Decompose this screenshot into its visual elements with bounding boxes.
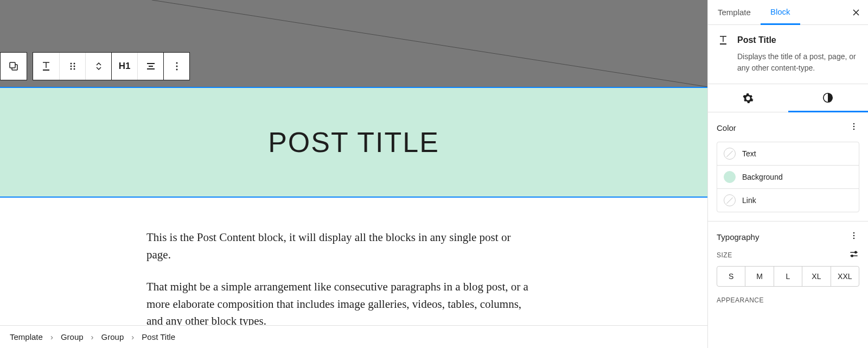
typography-panel-menu[interactable] xyxy=(848,230,859,243)
drag-handle[interactable] xyxy=(59,53,85,80)
post-title-icon xyxy=(40,60,53,73)
post-title-block[interactable]: POST TITLE xyxy=(0,87,707,198)
kebab-icon xyxy=(848,121,859,132)
svg-point-2 xyxy=(70,63,72,65)
color-text-label: Text xyxy=(742,149,756,158)
more-options-button[interactable] xyxy=(163,53,189,80)
styles-subtab[interactable] xyxy=(788,84,869,112)
settings-sidebar: Template Block Post Title Displays the t… xyxy=(708,0,868,348)
svg-point-15 xyxy=(853,232,855,234)
close-sidebar-button[interactable] xyxy=(848,5,864,20)
color-panel: Color Text Background Link xyxy=(708,112,868,222)
svg-point-9 xyxy=(176,66,177,67)
size-s[interactable]: S xyxy=(717,267,745,286)
content-paragraph: That might be a simple arrangement like … xyxy=(146,279,532,330)
post-content-block[interactable]: This is the Post Content block, it will … xyxy=(0,198,542,345)
typography-panel: Typography SIZE S M L XL XXL APPEARANCE xyxy=(708,222,868,313)
svg-point-17 xyxy=(853,238,855,239)
editor-canvas: H1 POST TITLE This is the Post Content b… xyxy=(0,0,708,348)
chevron-right-icon: › xyxy=(131,332,134,341)
size-xxl[interactable]: XXL xyxy=(831,267,859,286)
svg-point-3 xyxy=(73,63,75,65)
color-link-label: Link xyxy=(742,196,756,205)
block-type-button[interactable] xyxy=(33,53,59,80)
color-background-row[interactable]: Background xyxy=(717,165,859,188)
color-panel-menu[interactable] xyxy=(848,121,859,134)
svg-point-5 xyxy=(73,66,75,67)
chevron-updown-icon xyxy=(92,60,105,73)
kebab-icon xyxy=(170,60,183,73)
block-description: Displays the title of a post, page, or a… xyxy=(717,51,859,74)
select-parent-button[interactable] xyxy=(1,53,27,80)
svg-point-8 xyxy=(176,62,177,64)
post-title-text: POST TITLE xyxy=(268,126,439,159)
block-toolbar: H1 xyxy=(0,52,190,80)
block-name: Post Title xyxy=(737,35,776,45)
svg-point-16 xyxy=(853,235,855,237)
size-custom-toggle[interactable] xyxy=(848,249,859,262)
crumb-post-title[interactable]: Post Title xyxy=(142,332,175,341)
heading-level-label: H1 xyxy=(119,61,131,72)
crumb-template[interactable]: Template xyxy=(10,332,43,341)
size-m[interactable]: M xyxy=(745,267,773,286)
template-header-region: H1 xyxy=(0,0,707,87)
inspector-subtabs xyxy=(708,84,868,112)
stack-icon xyxy=(7,60,20,73)
heading-level-button[interactable]: H1 xyxy=(111,53,137,80)
size-buttons: S M L XL XXL xyxy=(717,266,859,287)
svg-rect-1 xyxy=(10,62,15,68)
contrast-icon xyxy=(822,92,834,104)
swatch-none-icon xyxy=(724,148,736,160)
svg-point-13 xyxy=(853,126,855,128)
close-icon xyxy=(851,7,861,18)
typography-panel-title: Typography xyxy=(717,232,759,242)
chevron-right-icon: › xyxy=(50,332,53,341)
drag-icon xyxy=(66,60,79,73)
color-background-label: Background xyxy=(742,173,783,181)
content-paragraph: This is the Post Content block, it will … xyxy=(146,229,532,263)
size-xl[interactable]: XL xyxy=(802,267,830,286)
svg-point-18 xyxy=(855,251,857,253)
svg-point-12 xyxy=(853,123,855,125)
sidebar-tabs: Template Block xyxy=(708,0,868,25)
svg-point-14 xyxy=(853,129,855,130)
size-label: SIZE xyxy=(717,251,732,259)
move-updown-button[interactable] xyxy=(85,53,111,80)
color-text-row[interactable]: Text xyxy=(717,142,859,165)
svg-point-7 xyxy=(73,68,75,70)
kebab-icon xyxy=(848,230,859,241)
settings-subtab[interactable] xyxy=(708,84,788,112)
crumb-group[interactable]: Group xyxy=(61,332,84,341)
size-l[interactable]: L xyxy=(774,267,802,286)
gear-icon xyxy=(742,92,754,104)
align-icon xyxy=(144,60,157,73)
crumb-group[interactable]: Group xyxy=(101,332,124,341)
align-button[interactable] xyxy=(137,53,163,80)
block-breadcrumb: Template › Group › Group › Post Title xyxy=(0,325,707,348)
chevron-right-icon: › xyxy=(91,332,94,341)
svg-line-0 xyxy=(152,0,707,87)
svg-point-4 xyxy=(70,66,72,67)
tab-block[interactable]: Block xyxy=(761,1,800,25)
svg-point-6 xyxy=(70,68,72,70)
color-link-row[interactable]: Link xyxy=(717,188,859,212)
post-title-icon xyxy=(717,34,730,47)
swatch-background-icon xyxy=(724,171,736,183)
tab-template[interactable]: Template xyxy=(708,0,761,24)
svg-point-19 xyxy=(851,255,853,257)
sliders-icon xyxy=(848,249,859,260)
swatch-none-icon xyxy=(724,194,736,206)
svg-point-10 xyxy=(176,69,177,71)
block-info-panel: Post Title Displays the title of a post,… xyxy=(708,25,868,84)
color-panel-title: Color xyxy=(717,123,736,132)
appearance-label: APPEARANCE xyxy=(717,296,859,304)
